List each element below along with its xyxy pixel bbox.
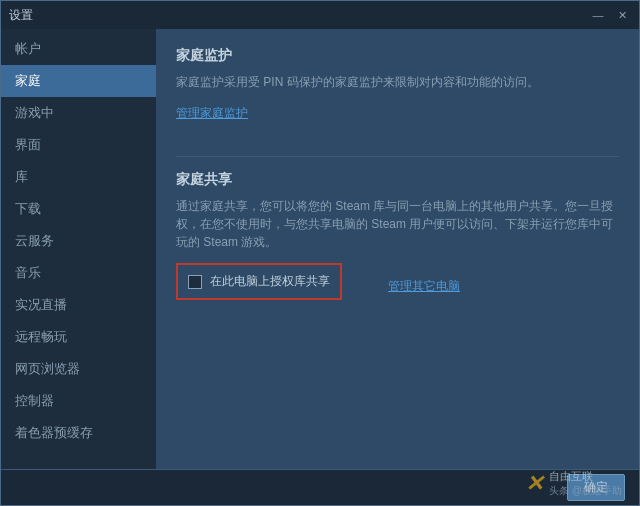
sidebar-item-controller[interactable]: 控制器 xyxy=(1,385,156,417)
sidebar-item-cloud[interactable]: 云服务 xyxy=(1,225,156,257)
sidebar: 帐户 家庭 游戏中 界面 库 下载 云服务 音乐 实况直播 远程畅玩 网页浏览器… xyxy=(1,29,156,469)
sidebar-item-broadcast[interactable]: 实况直播 xyxy=(1,289,156,321)
sharing-title: 家庭共享 xyxy=(176,171,619,189)
sidebar-item-browser[interactable]: 网页浏览器 xyxy=(1,353,156,385)
manage-parental-link[interactable]: 管理家庭监护 xyxy=(176,105,248,122)
sharing-desc: 通过家庭共享，您可以将您的 Steam 库与同一台电脑上的其他用户共享。您一旦授… xyxy=(176,197,619,251)
close-button[interactable]: ✕ xyxy=(613,8,631,22)
content-area: 家庭监护 家庭监护采用受 PIN 码保护的家庭监护来限制对内容和功能的访问。 管… xyxy=(156,29,639,469)
watermark-info: 自由互联 头条 @极速手助 xyxy=(549,469,622,498)
sharing-checkbox-label: 在此电脑上授权库共享 xyxy=(210,273,330,290)
parental-title: 家庭监护 xyxy=(176,47,619,65)
parental-desc: 家庭监护采用受 PIN 码保护的家庭监护来限制对内容和功能的访问。 xyxy=(176,73,619,91)
sharing-checkbox[interactable] xyxy=(188,275,202,289)
watermark-sub: 头条 @极速手助 xyxy=(549,484,622,498)
watermark: ✕ 自由互联 头条 @极速手助 xyxy=(525,469,622,498)
window-controls: — ✕ xyxy=(589,8,631,22)
sidebar-item-remote[interactable]: 远程畅玩 xyxy=(1,321,156,353)
section-divider xyxy=(176,156,619,157)
sidebar-item-family[interactable]: 家庭 xyxy=(1,65,156,97)
sidebar-item-downloads[interactable]: 下载 xyxy=(1,193,156,225)
watermark-icon: ✕ xyxy=(525,471,543,497)
sidebar-item-shader[interactable]: 着色器预缓存 xyxy=(1,417,156,449)
sidebar-item-interface[interactable]: 界面 xyxy=(1,129,156,161)
minimize-button[interactable]: — xyxy=(589,8,607,22)
sharing-checkbox-row: 在此电脑上授权库共享 xyxy=(176,263,342,300)
manage-computers-link[interactable]: 管理其它电脑 xyxy=(388,278,460,295)
main-layout: 帐户 家庭 游戏中 界面 库 下载 云服务 音乐 实况直播 远程畅玩 网页浏览器… xyxy=(1,29,639,469)
window-title: 设置 xyxy=(9,7,33,24)
sidebar-item-library[interactable]: 库 xyxy=(1,161,156,193)
sidebar-item-ingame[interactable]: 游戏中 xyxy=(1,97,156,129)
titlebar: 设置 — ✕ xyxy=(1,1,639,29)
settings-window: 设置 — ✕ 帐户 家庭 游戏中 界面 库 下载 云服务 音乐 实况直播 远程畅… xyxy=(0,0,640,506)
watermark-brand: 自由互联 xyxy=(549,469,622,484)
sidebar-item-account[interactable]: 帐户 xyxy=(1,33,156,65)
sidebar-item-music[interactable]: 音乐 xyxy=(1,257,156,289)
